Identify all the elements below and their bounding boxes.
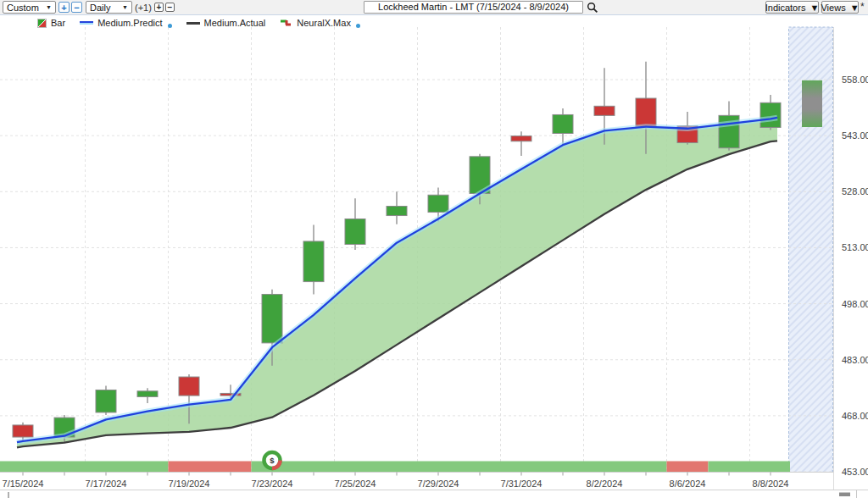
- bar-swatch-icon: [37, 19, 47, 28]
- svg-text:543.00: 543.00: [842, 130, 868, 141]
- svg-text:7/19/2024: 7/19/2024: [169, 479, 210, 489]
- candle-body: [428, 195, 448, 212]
- svg-text:7/15/2024: 7/15/2024: [3, 479, 44, 489]
- earnings-event-badge[interactable]: $: [264, 452, 281, 468]
- predict-line-swatch-icon: [80, 21, 93, 25]
- legend-item-medium-actual[interactable]: Medium.Actual: [186, 18, 266, 28]
- candle-body: [13, 425, 33, 437]
- views-label: Views: [821, 3, 845, 13]
- candle-body: [96, 390, 116, 412]
- svg-text:$: $: [270, 456, 275, 465]
- prediction-band: [17, 118, 777, 447]
- range-dropdown[interactable]: Custom ▼: [3, 1, 56, 14]
- interval-dropdown-label: Daily: [90, 3, 118, 13]
- toolbar: Custom ▼ + − Daily ▼ (+1) + − Lockheed M…: [0, 0, 868, 15]
- candle-body: [553, 114, 573, 133]
- candle-body: [636, 98, 656, 127]
- svg-text:528.00: 528.00: [842, 186, 868, 196]
- views-dropdown[interactable]: Views ▼: [821, 1, 859, 14]
- svg-text:7/31/2024: 7/31/2024: [501, 479, 542, 489]
- svg-text:7/25/2024: 7/25/2024: [335, 479, 376, 489]
- candle-body: [387, 206, 407, 215]
- sentiment-segment-up: [709, 462, 791, 473]
- prediction-range-bar: [802, 80, 822, 127]
- legend-label: Medium.Predict: [97, 18, 162, 28]
- candle-body: [594, 106, 615, 115]
- panel-splitter[interactable]: [0, 490, 868, 498]
- chevron-down-icon: ▼: [810, 3, 819, 13]
- range-dropdown-label: Custom: [7, 3, 42, 13]
- sentiment-segment-up: [0, 462, 169, 473]
- splitter-handle-icon[interactable]: [839, 493, 850, 497]
- symbol-title-box[interactable]: Lockheed Martin - LMT (7/15/2024 - 8/9/2…: [364, 1, 583, 14]
- add-bars-button[interactable]: +: [58, 2, 70, 13]
- indicators-dropdown[interactable]: Indicators ▼: [765, 1, 819, 14]
- legend-item-neuralx-max[interactable]: NeuralX.Max: [280, 18, 360, 28]
- legend-label: NeuralX.Max: [297, 18, 351, 28]
- interval-dropdown[interactable]: Daily ▼: [86, 1, 132, 14]
- sentiment-segment-up: [252, 462, 667, 473]
- svg-text:498.00: 498.00: [842, 299, 868, 309]
- y-axis-labels: 558.00543.00528.00513.00498.00483.00468.…: [842, 75, 868, 477]
- offset-plus-button[interactable]: +: [154, 3, 164, 12]
- candle-body: [262, 295, 282, 343]
- settings-dot-icon[interactable]: [356, 24, 360, 28]
- remove-bars-button[interactable]: −: [71, 2, 82, 13]
- chevron-down-icon: ▼: [122, 4, 128, 10]
- candle-body: [137, 391, 158, 397]
- x-axis-labels: 7/15/20247/17/20247/19/20247/23/20247/25…: [3, 479, 789, 489]
- candle-body: [179, 377, 199, 396]
- candle-body: [511, 136, 531, 141]
- legend-label: Bar: [51, 18, 65, 28]
- settings-dot-icon[interactable]: [168, 24, 172, 28]
- svg-text:8/8/2024: 8/8/2024: [753, 479, 789, 489]
- search-icon[interactable]: [587, 2, 598, 14]
- svg-text:558.00: 558.00: [842, 75, 868, 85]
- chart-legend: Bar Medium.Predict Medium.Actual NeuralX…: [37, 18, 360, 28]
- candle-body: [303, 241, 324, 282]
- svg-text:7/17/2024: 7/17/2024: [86, 479, 127, 489]
- legend-item-bar[interactable]: Bar: [37, 18, 65, 28]
- sentiment-segment-down: [667, 462, 709, 473]
- svg-text:8/2/2024: 8/2/2024: [587, 479, 623, 489]
- svg-text:8/6/2024: 8/6/2024: [670, 479, 706, 489]
- chevron-down-icon: ▼: [46, 4, 52, 10]
- svg-text:468.00: 468.00: [842, 411, 868, 421]
- svg-text:453.00: 453.00: [842, 467, 868, 477]
- sentiment-segment-down: [169, 462, 252, 473]
- legend-label: Medium.Actual: [204, 18, 266, 28]
- chart-canvas[interactable]: $558.00543.00528.00513.00498.00483.00468…: [0, 0, 868, 498]
- unsaved-indicator: *: [860, 1, 865, 13]
- legend-item-medium-predict[interactable]: Medium.Predict: [80, 18, 171, 28]
- offset-minus-button[interactable]: −: [165, 3, 175, 12]
- actual-line-swatch-icon: [186, 22, 200, 25]
- chevron-down-icon: ▼: [850, 3, 860, 13]
- interval-offset-label: (+1): [135, 0, 152, 15]
- svg-text:7/29/2024: 7/29/2024: [418, 479, 459, 489]
- svg-text:7/23/2024: 7/23/2024: [252, 479, 293, 489]
- chart-window: $558.00543.00528.00513.00498.00483.00468…: [0, 0, 868, 498]
- neuralx-swatch-icon: [280, 19, 292, 27]
- sentiment-strip: [0, 462, 790, 473]
- svg-text:513.00: 513.00: [842, 242, 868, 252]
- candle-body: [760, 102, 781, 127]
- candle-body: [345, 219, 365, 244]
- indicators-label: Indicators: [765, 3, 806, 13]
- svg-text:483.00: 483.00: [842, 355, 868, 365]
